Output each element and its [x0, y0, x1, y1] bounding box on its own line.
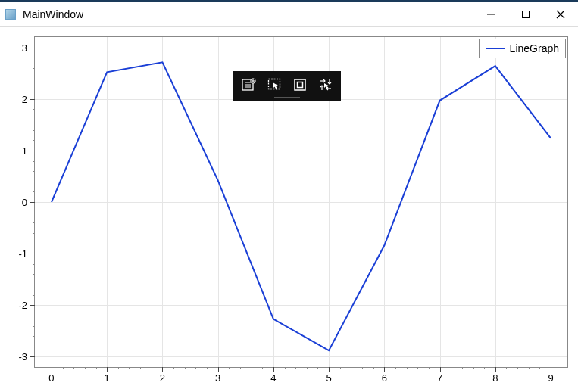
- x-tick-major: [162, 367, 163, 372]
- y-tick-label: -3: [18, 351, 27, 362]
- y-tick-minor: [33, 336, 35, 337]
- x-tick-major: [495, 367, 496, 372]
- y-tick-minor: [33, 89, 35, 89]
- y-tick-minor: [33, 222, 35, 223]
- x-tick-minor: [429, 367, 430, 369]
- toolbar-frame-button[interactable]: [291, 76, 309, 94]
- x-tick-minor: [462, 367, 463, 369]
- x-tick-minor: [140, 367, 141, 369]
- toolbar-options-button[interactable]: [239, 76, 258, 94]
- y-tick-label: -2: [18, 300, 27, 311]
- y-tick-major: [30, 99, 35, 100]
- x-tick-minor: [340, 367, 341, 369]
- y-tick-minor: [33, 347, 35, 347]
- y-tick-minor: [33, 233, 35, 234]
- toolbar-transform-button[interactable]: [317, 76, 335, 94]
- x-tick-major: [329, 367, 330, 372]
- window-titlebar: MainWindow: [0, 2, 578, 27]
- y-tick-minor: [33, 326, 35, 327]
- x-tick-minor: [285, 367, 286, 369]
- y-tick-label: 1: [22, 145, 27, 156]
- x-tick-minor: [417, 367, 418, 369]
- x-tick-label: 5: [326, 372, 331, 384]
- x-tick-major: [52, 367, 52, 372]
- x-tick-minor: [73, 367, 74, 369]
- x-tick-minor: [185, 367, 186, 369]
- y-tick-label: 0: [22, 197, 27, 208]
- y-tick-minor: [33, 58, 35, 58]
- x-tick-label: 2: [160, 372, 165, 384]
- chart-toolbar[interactable]: [233, 71, 341, 101]
- x-tick-major: [107, 367, 108, 372]
- toolbar-drag-handle[interactable]: [274, 97, 300, 98]
- x-tick-minor: [118, 367, 119, 369]
- minimize-button[interactable]: [473, 2, 508, 26]
- y-tick-minor: [33, 130, 35, 131]
- x-tick-minor: [373, 367, 374, 369]
- x-tick-minor: [85, 367, 86, 369]
- x-tick-minor: [317, 367, 318, 369]
- y-tick-major: [30, 202, 35, 203]
- x-tick-minor: [96, 367, 97, 369]
- y-tick-label: 3: [22, 42, 27, 53]
- x-tick-minor: [506, 367, 507, 369]
- chart-container: LineGraph 0123456789-3-2-10123: [0, 27, 578, 392]
- x-tick-major: [384, 367, 385, 372]
- window-title: MainWindow: [23, 8, 473, 20]
- x-tick-minor: [262, 367, 263, 369]
- x-tick-label: 6: [382, 372, 387, 384]
- svg-rect-13: [298, 82, 303, 88]
- x-tick-minor: [473, 367, 474, 369]
- y-tick-minor: [33, 191, 35, 192]
- close-button[interactable]: [543, 2, 578, 26]
- legend-label: LineGraph: [510, 42, 559, 54]
- x-tick-minor: [362, 367, 363, 369]
- x-tick-minor: [407, 367, 408, 369]
- y-tick-minor: [33, 316, 35, 316]
- x-tick-minor: [63, 367, 64, 369]
- y-tick-minor: [33, 79, 35, 79]
- y-tick-minor: [33, 213, 35, 213]
- y-tick-minor: [33, 171, 35, 172]
- x-tick-minor: [539, 367, 540, 369]
- x-tick-major: [218, 367, 219, 372]
- x-tick-label: 4: [270, 372, 276, 384]
- x-tick-minor: [529, 367, 530, 369]
- y-tick-major: [30, 254, 35, 254]
- x-tick-minor: [252, 367, 252, 369]
- y-tick-minor: [33, 120, 35, 120]
- y-tick-minor: [33, 295, 35, 296]
- y-tick-major: [30, 151, 35, 151]
- x-tick-minor: [451, 367, 451, 369]
- x-tick-minor: [229, 367, 230, 369]
- y-tick-minor: [33, 264, 35, 265]
- y-tick-minor: [33, 140, 35, 141]
- y-tick-minor: [33, 244, 35, 244]
- x-tick-minor: [484, 367, 485, 369]
- x-tick-minor: [351, 367, 351, 369]
- maximize-button[interactable]: [508, 2, 543, 26]
- y-tick-minor: [33, 274, 35, 275]
- x-tick-major: [273, 367, 274, 372]
- svg-rect-12: [295, 79, 305, 90]
- app-icon: [5, 8, 17, 20]
- window-controls: [473, 2, 578, 26]
- toolbar-cursor-button[interactable]: [265, 76, 283, 94]
- x-tick-minor: [129, 367, 130, 369]
- y-tick-minor: [33, 68, 35, 69]
- x-tick-label: 9: [548, 372, 553, 384]
- x-tick-label: 3: [215, 372, 220, 384]
- chart-legend[interactable]: LineGraph: [479, 39, 566, 58]
- y-tick-minor: [33, 109, 35, 110]
- x-tick-minor: [207, 367, 208, 369]
- x-tick-minor: [173, 367, 174, 369]
- x-tick-minor: [195, 367, 196, 369]
- y-tick-major: [30, 356, 35, 357]
- legend-swatch: [486, 48, 505, 49]
- y-tick-major: [30, 48, 35, 48]
- series-line: [52, 62, 551, 350]
- x-tick-label: 7: [437, 372, 442, 384]
- x-tick-major: [440, 367, 441, 372]
- x-tick-label: 1: [105, 372, 110, 384]
- x-tick-label: 8: [492, 372, 498, 384]
